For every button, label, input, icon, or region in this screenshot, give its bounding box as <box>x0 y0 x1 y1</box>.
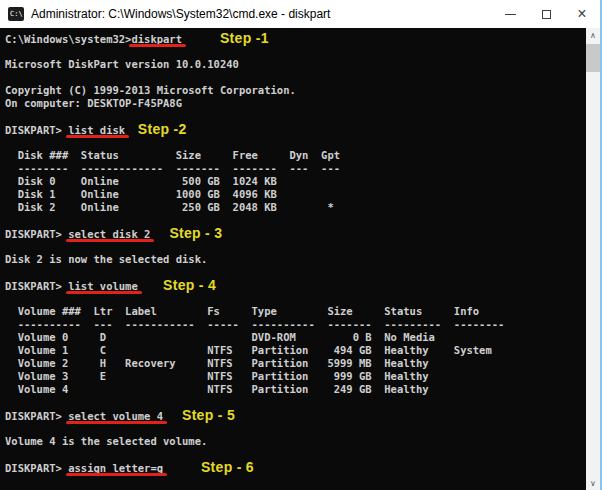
console-line: Disk 1 Online 1000 GB 4096 KB <box>5 188 586 201</box>
console-line <box>5 110 586 123</box>
console-line <box>5 266 586 279</box>
console-text: Disk ### Status Size Free Dyn Gpt <box>5 149 340 161</box>
console-text: Volume 4 is the selected volume. <box>5 435 207 447</box>
console-text: DISKPART> <box>5 124 68 136</box>
console-text: On computer: DESKTOP-F45PA8G <box>5 97 182 109</box>
console-line: Copyright (C) 1999-2013 Microsoft Corpor… <box>5 84 586 97</box>
vertical-scrollbar[interactable]: ∧ ∨ <box>586 28 600 490</box>
console-text: Disk 0 Online 500 GB 1024 KB <box>5 175 277 187</box>
console-text: Volume 3 E NTFS Partition 999 GB Healthy <box>5 370 429 382</box>
console-text <box>138 280 163 292</box>
console-line: -------- ------------- ------- ------- -… <box>5 162 586 175</box>
console-text: Volume 0 D DVD-ROM 0 B No Media <box>5 331 435 343</box>
close-icon: × <box>577 6 586 22</box>
console-text: DISKPART> <box>5 410 68 422</box>
window-title: Administrator: C:\Windows\System32\cmd.e… <box>31 7 492 21</box>
console-text: DISKPART> <box>5 280 68 292</box>
console-line: Volume 2 H Recovery NTFS Partition 5999 … <box>5 357 586 370</box>
console-text: ---------- --- ----------- ----- -------… <box>5 318 504 330</box>
console-line: DISKPART> select disk 2 Step - 3 <box>5 227 586 240</box>
console-text: Copyright (C) 1999-2013 Microsoft Corpor… <box>5 84 296 96</box>
scroll-down-icon[interactable]: ∨ <box>586 476 600 490</box>
command-text: diskpart <box>131 33 182 45</box>
console-output: C:\Windows\system32>diskpart Step -1Micr… <box>0 28 586 490</box>
step-annotation: Step - 6 <box>201 459 254 475</box>
window-body: C:\Windows\system32>diskpart Step -1Micr… <box>0 28 600 490</box>
scrollbar-thumb[interactable] <box>586 44 600 72</box>
console-line <box>5 214 586 227</box>
console-line: Disk ### Status Size Free Dyn Gpt <box>5 149 586 162</box>
console-line: Volume 1 C NTFS Partition 494 GB Healthy… <box>5 344 586 357</box>
console-text: Volume 2 H Recovery NTFS Partition 5999 … <box>5 357 429 369</box>
console-text: Volume 1 C NTFS Partition 494 GB Healthy… <box>5 344 492 356</box>
scroll-up-icon[interactable]: ∧ <box>586 28 600 42</box>
minimize-button[interactable] <box>492 0 528 28</box>
command-text: select volume 4 <box>68 410 163 422</box>
console-line: Volume 4 is the selected volume. <box>5 435 586 448</box>
minimize-icon <box>505 14 516 15</box>
command-text: list volume <box>68 280 138 292</box>
command-text: assign letter=g <box>68 462 163 474</box>
console-text <box>150 228 169 240</box>
console-line: DISKPART> list volume Step - 4 <box>5 279 586 292</box>
console-line: Volume ### Ltr Label Fs Type Size Status… <box>5 305 586 318</box>
command-text: list disk <box>68 124 125 136</box>
step-annotation: Step -1 <box>220 30 269 46</box>
console-line: DISKPART> list disk Step -2 <box>5 123 586 136</box>
console-text: Disk 1 Online 1000 GB 4096 KB <box>5 188 277 200</box>
cmd-prompt-icon: C:\ <box>8 7 24 21</box>
console-line: Volume 4 NTFS Partition 249 GB Healthy <box>5 383 586 396</box>
console-line: On computer: DESKTOP-F45PA8G <box>5 97 586 110</box>
console-text: -------- ------------- ------- ------- -… <box>5 162 340 174</box>
window-controls: × <box>492 0 600 28</box>
console-text: Microsoft DiskPart version 10.0.10240 <box>5 58 239 70</box>
console-line: Microsoft DiskPart version 10.0.10240 <box>5 58 586 71</box>
step-annotation: Step - 3 <box>169 225 222 241</box>
step-annotation: Step - 5 <box>182 407 235 423</box>
step-annotation: Step - 4 <box>163 277 216 293</box>
command-text: select disk 2 <box>68 228 150 240</box>
console-text: DISKPART> <box>5 228 68 240</box>
console-text: C:\Windows\system32> <box>5 33 131 45</box>
console-text <box>182 33 220 45</box>
console-line: DISKPART> select volume 4 Step - 5 <box>5 409 586 422</box>
console-line: Disk 0 Online 500 GB 1024 KB <box>5 175 586 188</box>
maximize-button[interactable] <box>528 0 564 28</box>
console-line <box>5 396 586 409</box>
console-line: Volume 0 D DVD-ROM 0 B No Media <box>5 331 586 344</box>
console-line: ---------- --- ----------- ----- -------… <box>5 318 586 331</box>
console-text: DISKPART> <box>5 462 68 474</box>
console-line <box>5 448 586 461</box>
maximize-icon <box>542 10 551 19</box>
console-line: Volume 3 E NTFS Partition 999 GB Healthy <box>5 370 586 383</box>
close-button[interactable]: × <box>564 0 600 28</box>
console-text: Volume 4 NTFS Partition 249 GB Healthy <box>5 383 429 395</box>
step-annotation: Step -2 <box>138 121 187 137</box>
console-text: Disk 2 Online 250 GB 2048 KB * <box>5 201 334 213</box>
title-bar[interactable]: C:\ Administrator: C:\Windows\System32\c… <box>0 0 600 28</box>
console-text <box>163 462 201 474</box>
console-line: Disk 2 Online 250 GB 2048 KB * <box>5 201 586 214</box>
console-line: DISKPART> assign letter=g Step - 6 <box>5 461 586 474</box>
console-line: Disk 2 is now the selected disk. <box>5 253 586 266</box>
console-text: Disk 2 is now the selected disk. <box>5 253 207 265</box>
console-line: C:\Windows\system32>diskpart Step -1 <box>5 32 586 45</box>
console-line <box>5 45 586 58</box>
cmd-window: C:\ Administrator: C:\Windows\System32\c… <box>0 0 602 490</box>
console-text: Volume ### Ltr Label Fs Type Size Status… <box>5 305 479 317</box>
console-line <box>5 71 586 84</box>
